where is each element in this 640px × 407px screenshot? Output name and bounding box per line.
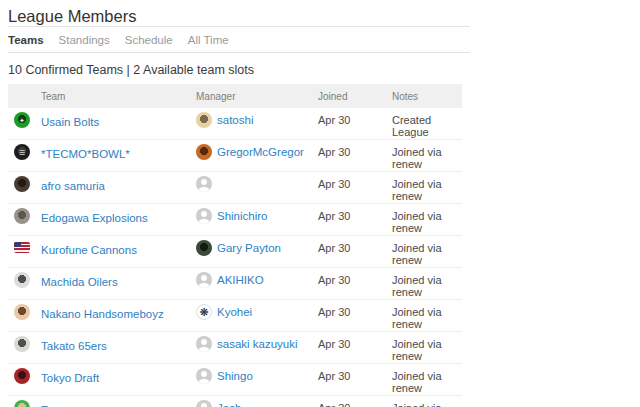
manager-avatar	[196, 208, 212, 224]
table-row: afro samuria Apr 30 Joined via renew	[8, 171, 462, 203]
team-link[interactable]: Nakano Handsomeboyz	[41, 306, 164, 322]
notes-cell: Joined via renew	[392, 272, 462, 298]
tab-schedule[interactable]: Schedule	[125, 34, 173, 46]
column-header-joined: Joined	[318, 91, 392, 102]
manager-cell: Shinichiro	[196, 208, 318, 234]
team-cell: *TECMO*BOWL*	[41, 144, 196, 170]
tab-bar: Teams Standings Schedule All Time	[8, 27, 470, 53]
team-cell: Nakano Handsomeboyz	[41, 304, 196, 330]
manager-link[interactable]: Gary Payton	[217, 240, 281, 256]
team-avatar	[14, 368, 30, 384]
team-link[interactable]: afro samuria	[41, 178, 105, 194]
manager-link[interactable]: Josh	[217, 400, 241, 407]
team-link[interactable]: Usain Bolts	[41, 114, 99, 130]
manager-avatar	[196, 112, 212, 128]
manager-cell: sasaki kazuyuki	[196, 336, 318, 362]
joined-cell: Apr 30	[318, 144, 392, 170]
team-cell: Kurofune Cannons	[41, 240, 196, 266]
joined-cell: Apr 30	[318, 336, 392, 362]
manager-cell: GregorMcGregor	[196, 144, 318, 170]
manager-cell: satoshi	[196, 112, 318, 138]
notes-cell: Created League	[392, 112, 462, 138]
team-avatar	[14, 176, 30, 192]
manager-avatar	[196, 176, 212, 192]
notes-cell: Joined via renew	[392, 144, 462, 170]
team-avatar: ✦	[14, 112, 30, 128]
table-header-row: Team Manager Joined Notes	[8, 84, 462, 108]
team-cell: afro samuria	[41, 176, 196, 202]
team-avatar	[14, 400, 30, 407]
notes-cell: Joined via renew	[392, 336, 462, 362]
team-avatar	[14, 208, 30, 224]
team-avatar	[14, 336, 30, 352]
column-header-manager: Manager	[196, 91, 318, 102]
manager-link[interactable]: GregorMcGregor	[217, 144, 304, 160]
manager-link[interactable]: Shinichiro	[217, 208, 268, 224]
members-table: Team Manager Joined Notes ✦ Usain Bolts …	[8, 84, 462, 407]
team-link[interactable]: Takato 65ers	[41, 338, 107, 354]
team-link[interactable]: Kurofune Cannons	[41, 242, 137, 258]
manager-avatar	[196, 240, 212, 256]
notes-cell: Joined via renew	[392, 400, 462, 407]
league-members-page: League Members Teams Standings Schedule …	[0, 0, 640, 407]
joined-cell: Apr 30	[318, 272, 392, 298]
column-header-team: Team	[41, 91, 196, 102]
manager-avatar	[196, 400, 212, 407]
notes-cell: Joined via renew	[392, 208, 462, 234]
manager-cell: AKIHIKO	[196, 272, 318, 298]
table-row: Nakano Handsomeboyz ❋ Kyohei Apr 30 Join…	[8, 299, 462, 331]
joined-cell: Apr 30	[318, 240, 392, 266]
team-avatar	[14, 304, 30, 320]
team-cell: Edogawa Explosions	[41, 208, 196, 234]
manager-cell: Gary Payton	[196, 240, 318, 266]
joined-cell: Apr 30	[318, 112, 392, 138]
team-avatar	[14, 242, 30, 253]
manager-avatar	[196, 368, 212, 384]
tab-teams[interactable]: Teams	[8, 34, 44, 46]
table-row: Takato 65ers sasaki kazuyuki Apr 30 Join…	[8, 331, 462, 363]
team-link[interactable]: Machida Oilers	[41, 274, 118, 290]
column-header-notes: Notes	[392, 91, 462, 102]
tab-standings[interactable]: Standings	[59, 34, 110, 46]
manager-avatar	[196, 144, 212, 160]
page-title: League Members	[8, 7, 470, 27]
notes-cell: Joined via renew	[392, 240, 462, 266]
manager-link[interactable]: Shingo	[217, 368, 253, 384]
joined-cell: Apr 30	[318, 208, 392, 234]
manager-link[interactable]: Kyohei	[217, 304, 252, 320]
team-link[interactable]: Tokyo Draft	[41, 370, 99, 386]
manager-cell: Shingo	[196, 368, 318, 394]
joined-cell: Apr 30	[318, 176, 392, 202]
manager-cell	[196, 176, 318, 202]
joined-cell: Apr 30	[318, 304, 392, 330]
table-row: Machida Oilers AKIHIKO Apr 30 Joined via…	[8, 267, 462, 299]
notes-cell: Joined via renew	[392, 304, 462, 330]
manager-link[interactable]: satoshi	[217, 112, 253, 128]
manager-cell: Josh	[196, 400, 318, 407]
team-cell: Machida Oilers	[41, 272, 196, 298]
manager-avatar	[196, 336, 212, 352]
table-row: Tokyo Draft Shingo Apr 30 Joined via ren…	[8, 363, 462, 395]
notes-cell: Joined via renew	[392, 368, 462, 394]
team-avatar: ☰	[14, 144, 30, 160]
joined-cell: Apr 30	[318, 400, 392, 407]
tab-all-time[interactable]: All Time	[188, 34, 229, 46]
table-row: ✦ Usain Bolts satoshi Apr 30 Created Lea…	[8, 108, 462, 139]
team-avatar	[14, 272, 30, 288]
manager-cell: ❋ Kyohei	[196, 304, 318, 330]
team-link[interactable]: Edogawa Explosions	[41, 210, 148, 226]
table-row: Edogawa Explosions Shinichiro Apr 30 Joi…	[8, 203, 462, 235]
team-cell: Usain Bolts	[41, 112, 196, 138]
team-link[interactable]: *TECMO*BOWL*	[41, 146, 130, 162]
team-cell: Tygerz	[41, 400, 196, 407]
manager-link[interactable]: sasaki kazuyuki	[217, 336, 298, 352]
team-link[interactable]: Tygerz	[41, 402, 76, 407]
team-cell: Tokyo Draft	[41, 368, 196, 394]
joined-cell: Apr 30	[318, 368, 392, 394]
manager-link[interactable]: AKIHIKO	[217, 272, 264, 288]
notes-cell: Joined via renew	[392, 176, 462, 202]
table-row: Tygerz Josh Apr 30 Joined via renew	[8, 395, 462, 407]
team-slots-summary: 10 Confirmed Teams | 2 Available team sl…	[8, 63, 640, 78]
manager-avatar: ❋	[196, 304, 212, 320]
table-row: ☰ *TECMO*BOWL* GregorMcGregor Apr 30 Joi…	[8, 139, 462, 171]
